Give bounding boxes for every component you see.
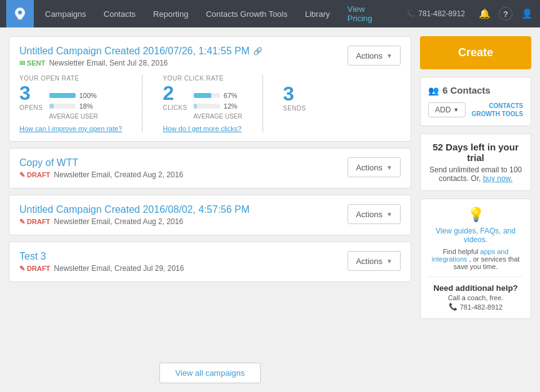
actions-chevron-icon: ▼ [386, 258, 392, 265]
open-rate-label: YOUR OPEN RATE [19, 75, 122, 82]
campaign-title[interactable]: Untitled Campaign Created 2016/07/26, 1:… [19, 46, 348, 57]
additional-help-title: Need additional help? [428, 283, 523, 293]
campaign-meta: ✎ DRAFT Newsletter Email, Created Aug 2,… [19, 217, 348, 226]
campaign-card-1: Untitled Campaign Created 2016/07/26, 1:… [9, 36, 411, 142]
campaign-card-3: Untitled Campaign Created 2016/08/02, 4:… [9, 195, 411, 235]
campaign-type-date: Newsletter Email, Created Jul 29, 2016 [54, 264, 184, 273]
click-rate-link[interactable]: How do I get more clicks? [162, 125, 242, 132]
top-nav: CampaignsContactsReportingContacts Growt… [0, 0, 540, 27]
call-coach-text: Call a coach, free. [428, 294, 523, 301]
actions-button-2[interactable]: Actions ▼ [348, 157, 401, 177]
stat-divider-2 [262, 75, 263, 132]
add-contacts-button[interactable]: ADD ▼ [428, 102, 466, 117]
phone2-icon: 📞 [449, 303, 458, 311]
actions-chevron-icon: ▼ [386, 211, 392, 218]
help-phone: 781-482-8912 [460, 303, 503, 311]
create-button[interactable]: Create [420, 36, 531, 69]
link-icon: 🔗 [253, 47, 262, 56]
actions-chevron-icon: ▼ [386, 52, 392, 59]
campaign-card-4: Test 3 ✎ DRAFT Newsletter Email, Created… [9, 242, 411, 282]
buy-now-link[interactable]: buy now. [483, 174, 512, 183]
user-icon[interactable]: 👤 [518, 0, 536, 27]
sends-count: 3 [283, 84, 294, 104]
campaign-title[interactable]: Test 3 [19, 251, 348, 262]
help-box: 💡 View guides, FAQs, and videos. Find he… [420, 198, 531, 319]
nav-view-pricing[interactable]: View Pricing [339, 4, 401, 23]
actions-button-3[interactable]: Actions ▼ [348, 204, 401, 224]
campaign-card-2: Copy of WTT ✎ DRAFT Newsletter Email, Cr… [9, 148, 411, 189]
clicks-count: 2 [162, 83, 187, 103]
add-chevron-icon: ▼ [453, 107, 459, 113]
sidebar: Create 👥 6 Contacts ADD ▼ CONTACTS GROWT… [420, 36, 531, 383]
open-rate-link[interactable]: How can I improve my open rate? [19, 125, 122, 132]
nav-item-library[interactable]: Library [296, 0, 339, 27]
notifications-icon[interactable]: 🔔 [475, 0, 494, 27]
campaigns-list: Untitled Campaign Created 2016/07/26, 1:… [9, 36, 411, 360]
campaign-type-date: Newsletter Email, Created Aug 2, 2016 [54, 170, 183, 179]
campaign-title[interactable]: Copy of WTT [19, 157, 348, 169]
campaigns-panel: Untitled Campaign Created 2016/07/26, 1:… [9, 36, 411, 383]
campaign-status: ✎ DRAFT [19, 171, 50, 179]
trial-days: 52 Days left in your trial [428, 142, 523, 163]
campaign-meta: ✉ SENT Newsletter Email, Sent Jul 28, 20… [19, 59, 348, 67]
view-all-campaigns-button[interactable]: View all campaigns [159, 363, 260, 383]
guides-link[interactable]: View guides, FAQs, and videos. [436, 227, 516, 244]
nav-item-campaigns[interactable]: Campaigns [36, 0, 95, 27]
campaign-type-date: Newsletter Email, Sent Jul 28, 2016 [49, 59, 168, 67]
nav-item-reporting[interactable]: Reporting [144, 0, 197, 27]
stat-divider-1 [142, 75, 142, 132]
actions-button-4[interactable]: Actions ▼ [348, 251, 401, 271]
contacts-count: 6 Contacts [442, 85, 491, 96]
campaign-meta: ✎ DRAFT Newsletter Email, Created Aug 2,… [19, 170, 348, 179]
campaign-status: ✉ SENT [19, 59, 45, 67]
nav-phone: 📞 781-482-8912 [400, 9, 471, 18]
click-rate-label: YOUR CLICK RATE [162, 75, 242, 82]
lightbulb-icon: 💡 [428, 207, 523, 223]
contacts-growth-tools-link[interactable]: CONTACTS GROWTH TOOLS [466, 102, 523, 118]
app-logo[interactable] [6, 0, 34, 27]
apps-text: Find helpful apps and integrations , or … [428, 248, 523, 270]
contacts-box: 👥 6 Contacts ADD ▼ CONTACTS GROWTH TOOLS [420, 77, 531, 126]
opens-count: 3 [19, 83, 43, 103]
help-phone-row: 📞 781-482-8912 [428, 303, 523, 311]
trial-text: Send unlimited email to 100 contacts. Or… [428, 165, 523, 183]
phone-icon: 📞 [406, 9, 416, 18]
campaign-title[interactable]: Untitled Campaign Created 2016/08/02, 4:… [19, 204, 348, 215]
contacts-people-icon: 👥 [428, 86, 439, 96]
trial-box: 52 Days left in your trial Send unlimite… [420, 134, 531, 191]
campaign-meta: ✎ DRAFT Newsletter Email, Created Jul 29… [19, 264, 348, 273]
campaign-type-date: Newsletter Email, Created Aug 2, 2016 [54, 217, 183, 226]
campaign-status: ✎ DRAFT [19, 218, 50, 226]
actions-chevron-icon: ▼ [386, 164, 392, 171]
nav-item-contacts[interactable]: Contacts [95, 0, 144, 27]
campaign-status: ✎ DRAFT [19, 265, 50, 273]
nav-item-cgt[interactable]: Contacts Growth Tools [197, 0, 296, 27]
svg-point-0 [18, 11, 22, 14]
help-icon[interactable]: ? [499, 7, 512, 21]
actions-button-1[interactable]: Actions ▼ [348, 46, 401, 66]
